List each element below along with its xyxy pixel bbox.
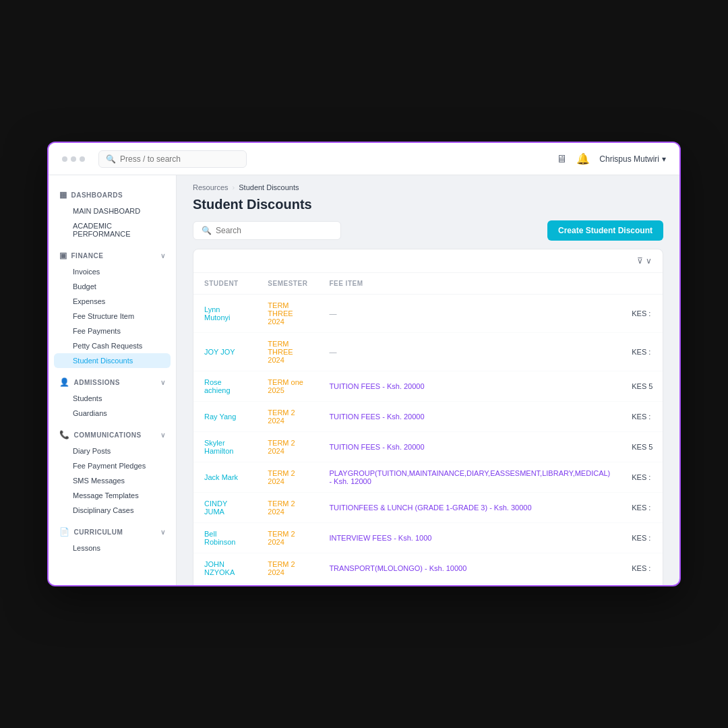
- communications-icon: 📞: [59, 430, 70, 439]
- cell-student[interactable]: Skyler Hamilton: [193, 432, 257, 462]
- table-card: ⊽ ∨ STUDENT SEMESTER FEE ITEM: [193, 249, 663, 585]
- create-discount-button[interactable]: Create Student Discount: [547, 220, 663, 241]
- cell-kes: KES :: [621, 523, 663, 553]
- student-link[interactable]: Skyler Hamilton: [204, 439, 233, 455]
- sidebar-item-invoices[interactable]: Invoices: [49, 264, 176, 279]
- cell-kes: KES :: [621, 333, 663, 371]
- table-row: Bell Robinson TERM 2 2024 INTERVIEW FEES…: [193, 523, 663, 553]
- sidebar-header-finance[interactable]: ▣ FINANCE ∨: [49, 247, 176, 264]
- student-link[interactable]: CINDY JUMA: [204, 499, 227, 516]
- page-header: Student Discounts: [177, 194, 679, 220]
- sidebar-header-curriculum[interactable]: 📄 CURRICULUM ∨: [49, 523, 176, 541]
- student-link[interactable]: Jack Mark: [204, 473, 238, 481]
- cell-fee-item: —: [318, 333, 621, 371]
- sidebar-item-petty-cash[interactable]: Petty Cash Requests: [49, 338, 176, 353]
- cell-student[interactable]: Amethyst Ballard: [193, 584, 257, 586]
- fee-item-value: TRANSPORT(MLOLONGO) - Ksh. 10000: [329, 564, 466, 572]
- table-row: Skyler Hamilton TERM 2 2024 TUITION FEES…: [193, 432, 663, 462]
- cell-student[interactable]: Ray Yang: [193, 402, 257, 432]
- kes-value: KES :: [632, 473, 650, 481]
- dot2: [71, 156, 76, 162]
- semester-value: TERM 2 2024: [268, 469, 295, 485]
- user-menu[interactable]: Chrispus Mutwiri ▾: [599, 154, 666, 164]
- communications-label: COMMUNICATIONS: [74, 431, 142, 439]
- cell-semester: TERM one 2025: [257, 371, 318, 402]
- communications-chevron: ∨: [160, 431, 166, 439]
- fee-item-value: TUITION FEES - Ksh. 20000: [329, 413, 424, 421]
- curriculum-icon: 📄: [59, 527, 70, 537]
- global-search[interactable]: 🔍: [98, 150, 247, 168]
- page-search-box[interactable]: 🔍: [193, 221, 341, 240]
- cell-student[interactable]: JOY JOY: [193, 333, 257, 371]
- cell-kes: KES :: [621, 553, 663, 584]
- filter-button[interactable]: ⊽ ∨: [637, 256, 652, 266]
- cell-student[interactable]: JOHN NZYOKA: [193, 553, 257, 584]
- student-link[interactable]: Rose achieng: [204, 378, 231, 394]
- sidebar-item-students[interactable]: Students: [49, 391, 176, 406]
- discounts-table: STUDENT SEMESTER FEE ITEM Lynn Mutonyi T…: [193, 273, 663, 585]
- cell-student[interactable]: Rose achieng: [193, 371, 257, 402]
- table-container: ⊽ ∨ STUDENT SEMESTER FEE ITEM: [177, 249, 679, 585]
- dashboards-icon: ▦: [59, 190, 67, 200]
- page-title: Student Discounts: [193, 197, 312, 212]
- cell-semester: TERM 2 2024: [257, 402, 318, 432]
- filter-chevron: ∨: [646, 256, 652, 266]
- search-icon: 🔍: [106, 154, 116, 164]
- table-row: Rose achieng TERM one 2025 TUITION FEES …: [193, 371, 663, 402]
- sidebar-item-fee-pledges[interactable]: Fee Payment Pledges: [49, 458, 176, 473]
- sidebar-item-diary-posts[interactable]: Diary Posts: [49, 444, 176, 458]
- table-row: Lynn Mutonyi TERM THREE 2024 — KES :: [193, 295, 663, 333]
- kes-value: KES :: [632, 504, 650, 512]
- sidebar-header-dashboards[interactable]: ▦ DASHBOARDS: [49, 186, 176, 204]
- sidebar-item-fee-payments[interactable]: Fee Payments: [49, 324, 176, 338]
- sidebar-item-fee-structure[interactable]: Fee Structure Item: [49, 309, 176, 324]
- monitor-icon[interactable]: 🖥: [556, 153, 567, 165]
- cell-student[interactable]: Lynn Mutonyi: [193, 295, 257, 333]
- cell-fee-item: PLAYGROUP(TUITION,MAINTAINANCE,DIARY,EAS…: [318, 462, 621, 493]
- student-link[interactable]: Lynn Mutonyi: [204, 305, 231, 322]
- breadcrumb-parent[interactable]: Resources: [193, 183, 229, 191]
- sidebar-header-admissions[interactable]: 👤 ADMISSIONS ∨: [49, 373, 176, 391]
- fee-item-dash: —: [329, 348, 336, 356]
- cell-semester: TERM 2 2024: [257, 432, 318, 462]
- page-search-input[interactable]: [216, 226, 332, 235]
- semester-value: TERM 2 2024: [268, 439, 295, 455]
- sidebar-item-academic[interactable]: ACADEMICPERFORMANCE: [49, 218, 176, 241]
- sidebar-item-templates[interactable]: Message Templates: [49, 488, 176, 503]
- finance-icon: ▣: [59, 251, 67, 260]
- sidebar-item-expenses[interactable]: Expenses: [49, 294, 176, 309]
- user-chevron: ▾: [662, 154, 666, 164]
- page-search-icon: 🔍: [202, 226, 212, 235]
- admissions-label: ADMISSIONS: [74, 379, 120, 386]
- cell-student[interactable]: Bell Robinson: [193, 523, 257, 553]
- admissions-chevron: ∨: [160, 379, 166, 386]
- student-link[interactable]: Ray Yang: [204, 413, 236, 421]
- table-row: CINDY JUMA TERM 2 2024 TUITIONFEES & LUN…: [193, 493, 663, 523]
- sidebar-item-guardians[interactable]: Guardians: [49, 406, 176, 421]
- sidebar-header-communications[interactable]: 📞 COMMUNICATIONS ∨: [49, 426, 176, 444]
- sidebar-item-budget[interactable]: Budget: [49, 279, 176, 294]
- bell-icon[interactable]: 🔔: [576, 152, 590, 165]
- student-link[interactable]: Bell Robinson: [204, 530, 235, 546]
- semester-value: TERM one 2025: [268, 378, 303, 394]
- student-link[interactable]: JOY JOY: [204, 348, 235, 356]
- student-link[interactable]: JOHN NZYOKA: [204, 560, 235, 576]
- topbar: 🔍 🖥 🔔 Chrispus Mutwiri ▾: [49, 143, 679, 175]
- search-input[interactable]: [120, 154, 239, 164]
- sidebar-section-admissions: 👤 ADMISSIONS ∨ Students Guardians: [49, 373, 176, 421]
- sidebar-item-sms[interactable]: SMS Messages: [49, 473, 176, 488]
- table-row: JOHN NZYOKA TERM 2 2024 TRANSPORT(MLOLON…: [193, 553, 663, 584]
- sidebar-item-lessons[interactable]: Lessons: [49, 541, 176, 555]
- sidebar-item-student-discounts[interactable]: Student Discounts: [54, 353, 171, 368]
- col-student: STUDENT: [193, 273, 257, 295]
- cell-student[interactable]: Jack Mark: [193, 462, 257, 493]
- window-controls: [62, 156, 85, 162]
- cell-fee-item: TUITION FEES - Ksh. 20000: [318, 402, 621, 432]
- cell-student[interactable]: CINDY JUMA: [193, 493, 257, 523]
- sidebar-item-main-dashboard[interactable]: MAIN DASHBOARD: [49, 204, 176, 218]
- cell-semester: TERM THREE 2024: [257, 295, 318, 333]
- col-kes: [621, 273, 663, 295]
- kes-value: KES :: [632, 309, 650, 317]
- cell-semester: TERM 2 2024: [257, 493, 318, 523]
- sidebar-item-disciplinary[interactable]: Disciplinary Cases: [49, 503, 176, 518]
